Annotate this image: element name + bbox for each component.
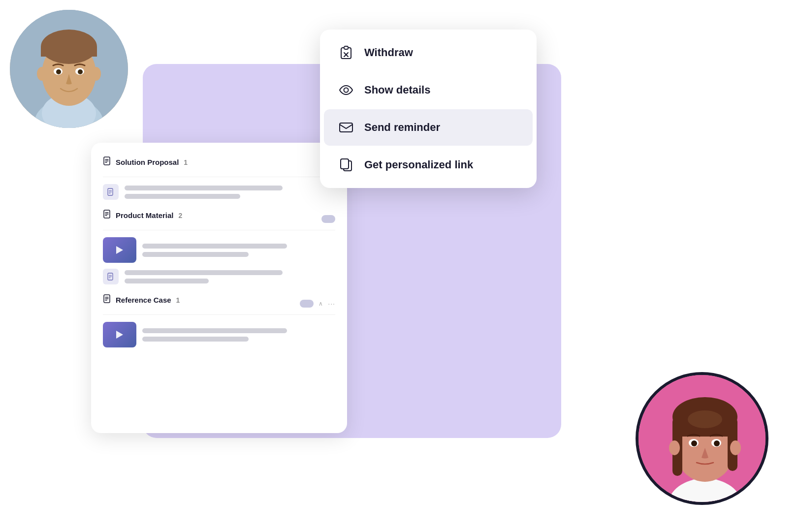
avatar-female [636,372,768,505]
text-line [125,279,209,283]
avatar-male [10,10,128,128]
doc-item-lines [125,186,335,199]
show-details-label: Show details [364,84,430,96]
solution-proposal-count: 1 [184,158,188,166]
context-menu: Withdraw Show details Send reminder [320,30,537,188]
solution-proposal-title: Solution Proposal [116,158,179,166]
section-product-material: Product Material 2 [103,210,335,284]
svg-point-37 [344,88,349,93]
more-options-icon[interactable]: ··· [328,300,335,308]
svg-point-55 [669,440,680,455]
play-icon [116,331,123,339]
text-line [142,252,249,257]
withdraw-label: Withdraw [364,46,413,59]
copy-icon [339,157,353,172]
reference-case-icon [103,294,112,306]
divider [103,314,335,315]
menu-item-show-details[interactable]: Show details [324,72,533,108]
product-material-item-2 [103,269,335,284]
menu-item-send-reminder[interactable]: Send reminder [324,109,533,146]
reference-case-actions: ∧ ··· [300,300,335,308]
section-solution-proposal: Solution Proposal 1 [103,156,335,200]
svg-rect-38 [340,123,352,132]
product-material-toggle[interactable] [321,215,335,223]
svg-point-56 [730,440,741,455]
reference-case-toggle[interactable] [300,300,314,308]
reference-case-item-1 [103,322,335,347]
mail-icon [339,120,353,135]
menu-item-get-link[interactable]: Get personalized link [324,147,533,183]
text-line [142,244,287,249]
text-line [142,337,249,342]
product-material-title: Product Material [116,211,174,219]
scene: Solution Proposal 1 [0,0,798,532]
reference-case-count: 1 [176,296,180,304]
doc-item-lines [142,244,335,257]
svg-rect-34 [344,46,348,49]
get-link-label: Get personalized link [364,158,473,171]
svg-point-9 [56,69,61,74]
chevron-up-icon[interactable]: ∧ [319,300,323,307]
document-panel: Solution Proposal 1 [91,143,347,433]
text-line [125,270,283,275]
svg-point-12 [91,67,101,81]
text-line [142,328,287,333]
solution-proposal-icon [103,156,112,168]
solution-proposal-item-1 [103,184,335,200]
video-thumbnail [103,237,136,263]
doc-item-lines [125,270,335,283]
svg-rect-40 [341,159,349,169]
play-icon [116,246,123,254]
avatar-male-photo [10,10,128,128]
svg-point-10 [78,69,83,74]
svg-point-11 [37,67,47,81]
svg-rect-6 [41,47,97,57]
product-material-icon [103,210,112,221]
doc-item-lines [142,328,335,342]
video-thumbnail [103,322,136,347]
svg-point-53 [691,440,697,446]
text-line [125,186,283,190]
svg-point-50 [688,410,722,428]
clipboard-x-icon [339,45,353,60]
menu-item-withdraw[interactable]: Withdraw [324,34,533,71]
doc-icon [103,184,119,200]
product-material-count: 2 [179,212,183,219]
send-reminder-label: Send reminder [364,121,440,134]
eye-icon [339,83,353,97]
divider [103,230,335,230]
divider [103,177,335,177]
svg-point-54 [714,440,720,446]
doc-icon [103,269,119,284]
section-reference-case: Reference Case 1 ∧ ··· [103,294,335,347]
reference-case-title: Reference Case [116,296,171,304]
text-line [125,194,240,199]
product-material-item-1 [103,237,335,263]
